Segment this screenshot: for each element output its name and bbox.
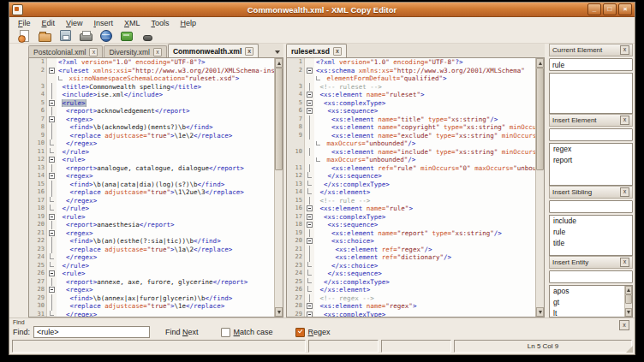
code-text[interactable]: <!-- regex --> <box>314 294 535 303</box>
panel-close-icon[interactable]: x <box>620 187 629 197</box>
panel-close-icon[interactable]: x <box>620 45 629 55</box>
fold-toggle-icon[interactable] <box>307 312 313 317</box>
close-tab-icon[interactable]: x <box>89 48 98 56</box>
list-item-apos[interactable]: apos <box>550 286 632 297</box>
code-text[interactable]: <xs:element name="regex"> <box>314 302 535 311</box>
new-file-button[interactable] <box>17 29 31 42</box>
tab-list-dropdown-icon[interactable] <box>271 46 283 57</box>
code-text[interactable]: <replace adjustcase="true">\1a\2</replac… <box>57 246 274 254</box>
tab-ruleset.xsd[interactable]: ruleset.xsdx <box>286 44 347 57</box>
code-text[interactable]: xsi:noNamespaceSchemaLocation="ruleset.x… <box>57 74 274 83</box>
find-input[interactable] <box>33 326 150 338</box>
list-item-report[interactable]: report <box>550 155 632 166</box>
fold-toggle-icon[interactable] <box>49 270 55 276</box>
code-text[interactable]: <include>ise.xml</include> <box>57 91 274 99</box>
code-text[interactable]: <replace adjustcase="true">\1e</replace> <box>57 302 274 311</box>
code-text[interactable]: <rule> <box>57 270 274 278</box>
maximize-button[interactable]: □ <box>603 3 617 15</box>
code-text[interactable]: <find>\b(an)(esthe(?:sia|tic))\b</find> <box>57 237 274 246</box>
code-text[interactable]: </xs:complexType> <box>314 278 535 287</box>
code-text[interactable]: <report>acknowledgement</report> <box>57 107 274 116</box>
code-text[interactable]: <xs:sequence> <box>314 221 535 229</box>
scroll-thumb[interactable] <box>536 68 544 170</box>
code-text[interactable]: <regex> <box>57 286 274 294</box>
code-text[interactable]: <xs:element ref="dictionary"/> <box>314 253 535 262</box>
validate-button[interactable] <box>120 29 134 42</box>
code-text[interactable]: <xs:choice> <box>314 237 535 246</box>
fold-toggle-icon[interactable] <box>307 68 313 74</box>
tab-Diversity.xml[interactable]: Diversity.xmlx <box>104 45 167 57</box>
scroll-track[interactable] <box>625 294 632 308</box>
code-text[interactable]: </xs:sequence> <box>314 270 535 278</box>
code-text[interactable]: </xs:element> <box>314 188 535 197</box>
code-text[interactable]: <find>\b(acknowledg)(ments?)\b</find> <box>57 123 274 132</box>
code-text[interactable]: <replace adjustcase="true">\1\2ue\3</rep… <box>57 188 274 197</box>
code-text[interactable]: <rule> <box>57 99 274 108</box>
menu-view[interactable]: View <box>66 19 82 27</box>
find-next-button[interactable]: Find Next <box>165 328 199 336</box>
tab-Commonwealth.xml[interactable]: Commonwealth.xmlx <box>168 44 259 57</box>
menu-tools[interactable]: Tools <box>151 19 169 27</box>
code-text[interactable]: </xs:complexType> <box>314 181 535 189</box>
code-text[interactable]: <find>\b(annex|ax|furor|glycerin)\b</fin… <box>57 294 274 303</box>
minimize-button[interactable]: _ <box>587 3 601 15</box>
code-text[interactable]: </regex> <box>57 253 274 262</box>
code-text[interactable]: <xs:element name="report" type="xs:strin… <box>314 229 535 238</box>
scroll-thumb[interactable] <box>625 294 632 304</box>
code-text[interactable]: </xs:choice> <box>314 262 535 270</box>
close-tab-icon[interactable]: x <box>153 48 162 56</box>
code-text[interactable]: maxOccurs="unbounded"/> <box>314 156 535 164</box>
menu-xml[interactable]: XML <box>124 19 140 27</box>
xml-editor-scrollbar[interactable] <box>274 58 283 317</box>
find-close-icon[interactable]: x <box>619 320 629 330</box>
scroll-up-icon[interactable] <box>625 286 632 294</box>
code-text[interactable]: <xs:element name="ruleset"> <box>314 91 535 99</box>
scroll-up-icon[interactable] <box>536 58 544 68</box>
xsd-editor-lines[interactable]: 1<?xml version="1.0" encoding="UTF-8"?>2… <box>287 58 535 317</box>
list-item-title[interactable]: title <box>550 238 632 249</box>
scroll-up-icon[interactable] <box>275 58 283 68</box>
insert-element-list[interactable]: regexreport <box>549 143 633 186</box>
menu-edit[interactable]: Edit <box>42 19 56 27</box>
code-text[interactable]: <!-- rule --> <box>314 197 535 205</box>
code-text[interactable]: <xs:element ref="rule" minOccurs="0" max… <box>314 164 535 173</box>
code-text[interactable]: <report>anaesthesia</report> <box>57 221 274 229</box>
menu-insert[interactable]: Insert <box>93 19 113 27</box>
code-text[interactable]: <rule> <box>57 213 274 222</box>
panel-close-icon[interactable]: x <box>620 258 629 267</box>
code-text[interactable]: elementFormDefault="qualified"> <box>314 74 535 83</box>
code-text[interactable]: <xs:element name="rule"> <box>314 205 535 213</box>
scroll-down-icon[interactable] <box>536 307 544 317</box>
code-text[interactable]: <regex> <box>57 172 274 181</box>
close-tab-icon[interactable]: x <box>333 47 342 56</box>
insert-element-input[interactable] <box>549 128 633 141</box>
code-text[interactable]: </regex> <box>57 197 274 205</box>
insert-entity-list[interactable]: aposgtltquot <box>549 285 633 317</box>
insert-sibling-list[interactable]: includeruletitle <box>549 215 633 256</box>
code-text[interactable]: <xs:sequence> <box>314 107 535 116</box>
list-item-gt[interactable]: gt <box>550 297 632 308</box>
fold-toggle-icon[interactable] <box>307 303 313 309</box>
code-text[interactable]: <xs:element name="exclude" type="xs:stri… <box>314 132 535 140</box>
open-button[interactable] <box>38 29 51 42</box>
code-text[interactable]: <regex> <box>57 229 274 238</box>
fold-toggle-icon[interactable] <box>49 287 55 293</box>
fold-toggle-icon[interactable] <box>307 92 313 98</box>
code-text[interactable]: </rule> <box>57 148 274 157</box>
print-button[interactable] <box>79 29 92 42</box>
code-text[interactable]: <?xml version="1.0" encoding="UTF-8"?> <box>314 58 535 67</box>
code-text[interactable]: <!-- ruleset --> <box>314 83 535 92</box>
code-text[interactable]: <xs:element name="include" type="xs:stri… <box>314 148 535 157</box>
title-bar[interactable]: Commonwealth.xml - XML Copy Editor _□× <box>9 3 635 17</box>
insert-sibling-input[interactable] <box>549 200 633 213</box>
code-text[interactable]: <xs:complexType> <box>314 311 535 317</box>
fold-toggle-icon[interactable] <box>307 238 313 244</box>
code-text[interactable]: </xs:sequence> <box>314 172 535 181</box>
list-item-lt[interactable]: lt <box>550 308 632 317</box>
xsd-editor-scrollbar[interactable] <box>535 58 544 317</box>
code-text[interactable]: maxOccurs="unbounded"/> <box>314 139 535 148</box>
browse-button[interactable] <box>99 29 113 42</box>
xsd-editor[interactable]: 1<?xml version="1.0" encoding="UTF-8"?>2… <box>286 57 545 317</box>
regex-checkbox[interactable] <box>295 328 305 337</box>
code-text[interactable]: <xs:complexType> <box>314 213 535 222</box>
